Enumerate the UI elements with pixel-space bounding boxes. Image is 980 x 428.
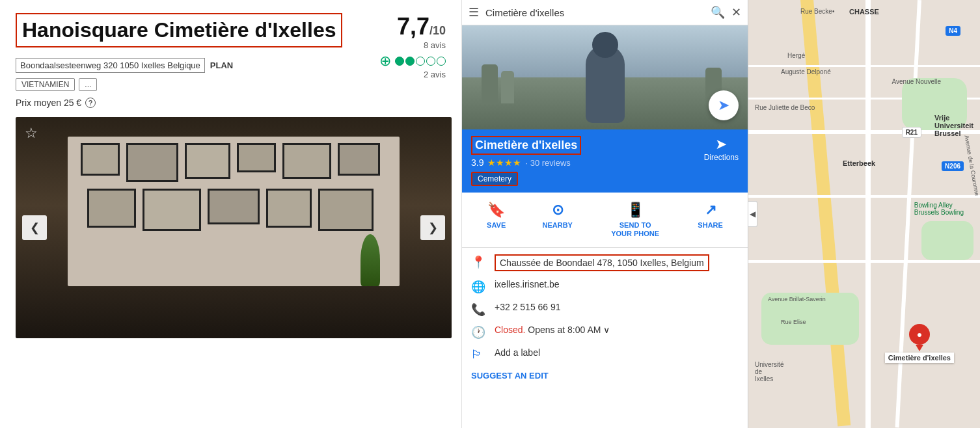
- save-button[interactable]: 🔖 SAVE: [487, 202, 506, 238]
- send-label: SEND TO YOUR PHONE: [609, 221, 661, 238]
- place-info-left: Cimetière d'ixelles 3.9 ★★★★ · 30 review…: [471, 136, 581, 186]
- clock-icon: 🕐: [471, 325, 485, 340]
- info-icon[interactable]: ?: [85, 98, 96, 108]
- search-input[interactable]: [485, 7, 704, 18]
- map-pin[interactable]: ● Cimetière d'ixelles: [885, 324, 954, 363]
- directions-icon: ➤: [704, 136, 739, 153]
- frame-8: [143, 189, 201, 231]
- collapse-panel-button[interactable]: ◀: [748, 201, 757, 227]
- frame-10: [266, 189, 312, 228]
- place-label-action[interactable]: Add a label: [495, 347, 540, 358]
- nearby-icon: ⊙: [552, 202, 564, 219]
- place-reviews: · 30 reviews: [525, 158, 570, 168]
- address-detail-row: 📍 Chaussée de Boondael 478, 1050 Ixelles…: [471, 254, 739, 271]
- place-name: Cimetière d'ixelles: [471, 136, 581, 155]
- prix-text: Prix moyen 25 €: [16, 98, 81, 108]
- ta-circles: [395, 57, 446, 66]
- hotel-title: Hanoisquare Cimetière d'Ixelles: [22, 18, 336, 42]
- statue-silhouette: [586, 45, 625, 123]
- tag-vietnamien[interactable]: VIETNAMIEN: [16, 78, 75, 91]
- place-rating-row: 3.9 ★★★★ · 30 reviews: [471, 157, 581, 168]
- frame-11: [318, 189, 374, 231]
- share-label: SHARE: [698, 221, 723, 229]
- map-label-rue-juliette: Rue Juliette de Beco: [755, 104, 815, 111]
- hours-closed: Closed.: [495, 325, 525, 335]
- close-button[interactable]: ✕: [731, 5, 741, 20]
- place-phone: +32 2 515 66 91: [495, 302, 561, 312]
- tags-row: VIETNAMIEN ...: [16, 78, 446, 91]
- hours-chevron[interactable]: ∨: [603, 325, 610, 335]
- frame-2: [126, 143, 178, 182]
- plan-link[interactable]: PLAN: [210, 60, 233, 70]
- map-label-brillat: Avenue Brillat-Saverin: [768, 296, 826, 302]
- gallery-next-button[interactable]: ❯: [420, 215, 445, 240]
- action-buttons: 🔖 SAVE ⊙ NEARBY 📱 SEND TO YOUR PHONE ↗ S…: [462, 193, 748, 248]
- map-label-avenue-couronne: Avenue de la Couronne: [963, 135, 980, 196]
- hotel-title-box: Hanoisquare Cimetière d'Ixelles: [16, 13, 342, 47]
- label-detail-row: 🏳 Add a label: [471, 347, 739, 362]
- rating-avis2: 2 avis: [379, 70, 446, 79]
- gallery-wall: [68, 137, 400, 286]
- map-label-rue-becke: Rue Becke•: [800, 8, 834, 15]
- suggest-edit-button[interactable]: SUGGEST AN EDIT: [462, 368, 748, 383]
- ta-circle-4: [426, 57, 435, 66]
- place-address: Chaussée de Boondael 478, 1050 Ixelles, …: [495, 254, 709, 271]
- send-to-phone-button[interactable]: 📱 SEND TO YOUR PHONE: [609, 202, 661, 238]
- map-label-etterbeek: Etterbeek: [843, 159, 875, 167]
- nearby-label: NEARBY: [542, 221, 572, 229]
- tripadvisor-row: ⊕: [379, 53, 446, 70]
- grave-1: [482, 64, 498, 103]
- frame-9: [208, 189, 260, 224]
- grave-2: [501, 71, 514, 103]
- highway-n206-badge: N206: [942, 161, 964, 171]
- pin-triangle: [916, 345, 923, 351]
- directions-float-button[interactable]: ➤: [709, 90, 739, 120]
- map-label-universite: UniversitédeIxelles: [755, 361, 783, 382]
- hours-open: Opens at 8:00 AM: [528, 325, 603, 335]
- map-label-delpone: Auguste Delponé: [781, 68, 831, 75]
- rating-block: 7,7/10 8 avis ⊕ 2 avis: [379, 13, 446, 79]
- flag-icon: 🏳: [471, 348, 485, 362]
- search-button[interactable]: 🔍: [711, 5, 725, 20]
- frame-6: [338, 143, 380, 176]
- save-icon: 🔖: [487, 202, 505, 219]
- gallery: ☆ ❮ ❯: [16, 117, 452, 338]
- map-road-horizontal-2: [748, 195, 980, 198]
- map-label-herge: Hergé: [787, 52, 805, 59]
- prix-row: Prix moyen 25 € ?: [16, 98, 446, 108]
- location-pin-icon: 📍: [471, 255, 485, 269]
- category-badge[interactable]: Cemetery: [471, 172, 518, 186]
- details-list: 📍 Chaussée de Boondael 478, 1050 Ixelles…: [462, 248, 748, 368]
- place-info-banner: Cimetière d'ixelles 3.9 ★★★★ · 30 review…: [462, 129, 748, 193]
- place-image: ➤: [462, 25, 748, 129]
- plant-decoration: [361, 234, 380, 286]
- place-hours: Closed. Opens at 8:00 AM ∨: [495, 325, 610, 335]
- gmaps-search-bar: ☰ 🔍 ✕: [462, 0, 748, 25]
- hamburger-menu-icon[interactable]: ☰: [469, 5, 479, 20]
- website-detail-row: 🌐 ixelles.irisnet.be: [471, 279, 739, 294]
- map-road-h4: [748, 65, 980, 67]
- send-icon: 📱: [627, 202, 644, 219]
- ta-circle-1: [395, 57, 404, 66]
- ta-circle-2: [405, 57, 415, 66]
- map-label-elise: Rue Elise: [781, 319, 806, 325]
- tag-more[interactable]: ...: [79, 78, 97, 91]
- map-road-main-yellow: [800, 0, 851, 426]
- nearby-button[interactable]: ⊙ NEARBY: [542, 202, 572, 238]
- globe-icon: 🌐: [471, 280, 485, 294]
- collapse-icon: ◀: [750, 209, 755, 219]
- share-icon: ↗: [705, 202, 716, 219]
- directions-label: Directions: [704, 153, 739, 162]
- frame-7: [87, 189, 136, 228]
- map-road-2: [865, 0, 871, 428]
- directions-button[interactable]: ➤ Directions: [704, 136, 739, 162]
- place-stars: ★★★★: [487, 157, 521, 168]
- left-panel: Hanoisquare Cimetière d'Ixelles 7,7/10 8…: [0, 0, 462, 428]
- favorite-icon[interactable]: ☆: [25, 125, 38, 142]
- gallery-prev-button[interactable]: ❮: [22, 215, 47, 240]
- ta-circle-3: [416, 57, 425, 66]
- share-button[interactable]: ↗ SHARE: [698, 202, 723, 238]
- save-label: SAVE: [487, 221, 506, 229]
- place-website[interactable]: ixelles.irisnet.be: [495, 279, 560, 289]
- phone-icon: 📞: [471, 302, 485, 317]
